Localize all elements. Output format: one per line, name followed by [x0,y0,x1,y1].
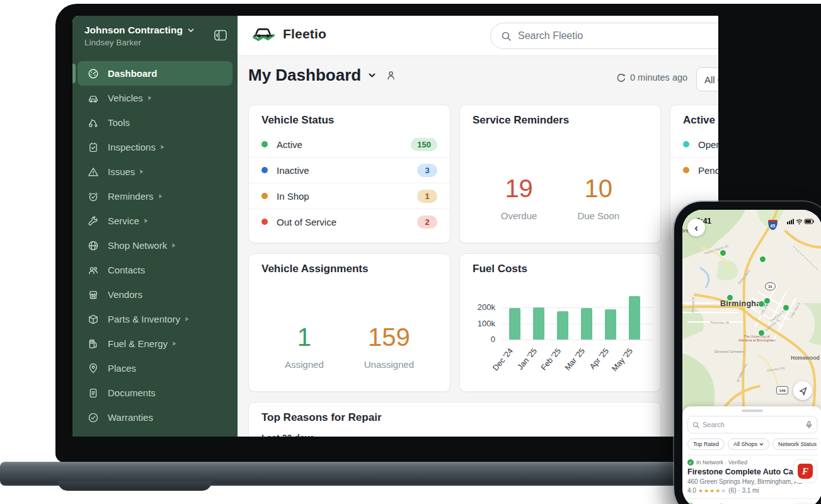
company-name: Johnson Contracting [84,25,183,36]
brand-name: Fleetio [283,26,326,42]
sidebar: Johnson Contracting Lindsey Barker Dashb… [72,16,238,437]
sidebar-item-vehicles[interactable]: Vehicles [78,86,233,110]
sidebar-item-label: Tools [108,117,130,128]
y-axis-tick: 200k [465,302,495,312]
sidebar-item-reminders[interactable]: Reminders [78,184,233,209]
top-reasons-subtitle: Last 30 days [249,428,660,437]
main-area: Fleetio Search Fleetio My Dashboard [238,16,718,437]
chevron-right-icon [139,169,144,175]
sidebar-item-service[interactable]: Service [78,209,233,233]
back-chevron-icon: ‹ [694,222,698,233]
sidebar-item-dashboard[interactable]: Dashboard [78,61,233,86]
service-icon [88,215,99,227]
sidebar-item-shop-network[interactable]: Shop Network [78,233,233,258]
stat-due-soon: 10Due Soon [577,176,619,221]
vehicle-assignments-title: Vehicle Assignments [249,254,450,279]
status-label: Active [277,139,302,150]
sidebar-item-warranties[interactable]: Warranties [78,405,233,430]
status-row-active[interactable]: Active150 [249,132,450,158]
global-search-input[interactable]: Search Fleetio [490,23,718,49]
shop-map-marker[interactable] [720,250,726,256]
status-dot [261,219,268,225]
x-axis-tick: Dec '24 [486,346,515,378]
brand[interactable]: Fleetio [252,25,326,43]
mic-icon[interactable] [806,421,812,429]
sidebar-item-label: Inspections [108,142,156,152]
chevron-right-icon [158,193,163,199]
filter-chip-top-rated[interactable]: Top Rated [687,438,725,450]
status-row-open[interactable]: Open [670,132,718,158]
sidebar-item-label: Places [108,363,136,374]
refresh-label: 0 minutes ago [630,72,687,83]
shop-map-marker[interactable] [759,330,764,336]
sidebar-item-contacts[interactable]: Contacts [78,258,233,282]
filter-chip-all-shops[interactable]: All Shops [728,438,769,450]
shop-map-marker[interactable] [783,305,789,311]
refresh-icon [616,73,626,83]
service-reminders-card: Service Reminders 19Overdue10Due Soon [459,105,661,243]
sidebar-item-label: Reminders [108,191,154,202]
shop-map-marker[interactable] [759,301,764,307]
star-rating-icons: ★★★★★ [698,488,726,494]
sidebar-item-parts-inventory[interactable]: Parts & Inventory [78,307,233,331]
filter-chip-label: All Shops [733,441,757,447]
shop-network-icon [88,240,99,251]
route-shield-149: 149 [776,386,788,394]
in-network-check-icon: ✓ [687,459,694,466]
top-reasons-card: Top Reasons for Repair Last 30 days [248,402,661,437]
sidebar-item-label: Dashboard [108,68,157,79]
status-label: Inactive [277,165,309,176]
sidebar-item-places[interactable]: Places [78,356,233,381]
top-reasons-title: Top Reasons for Repair [249,403,660,428]
chevron-right-icon [185,316,190,322]
stat-label: Assigned [285,359,324,370]
status-row-inactive[interactable]: Inactive3 [249,158,450,183]
status-label: In Shop [277,191,309,202]
shop-listing[interactable]: ✓In NetworkMidas 3660 [687,499,817,504]
sidebar-item-issues[interactable]: Issues [78,159,233,184]
map-label-third-ave-w: Third Ave W [710,321,729,324]
inspections-icon [88,142,99,153]
all-groups-button[interactable]: All Groups [696,67,718,91]
status-row-out-of-service[interactable]: Out of Service2 [249,209,450,234]
chevron-down-icon [187,26,195,34]
shop-map-marker[interactable] [764,298,770,304]
reminders-icon [88,191,99,202]
map-label-the-university-of-alabama-at-birmingham: The University of Alabama at Birmingham [738,335,776,342]
sidebar-item-documents[interactable]: Documents [78,381,233,405]
map-label-elmwood-cemetery: Elmwood Cemetery [714,350,745,353]
shop-map-marker[interactable] [760,256,766,262]
sheet-drag-handle[interactable] [742,410,763,412]
shop-search-input[interactable]: Search [687,416,817,433]
shop-list: ✓In Network · VerifiedFirestone Complete… [687,455,817,504]
sidebar-item-fuel-energy[interactable]: Fuel & Energy [78,331,233,356]
sidebar-item-inspections[interactable]: Inspections [78,135,233,159]
shop-map-marker[interactable] [727,295,733,301]
locate-button[interactable] [793,381,812,400]
back-button[interactable]: ‹ [687,219,705,236]
person-icon[interactable] [386,70,396,81]
sidebar-item-label: Parts & Inventory [108,314,180,324]
refresh-status[interactable]: 0 minutes ago [616,72,687,83]
shop-search-placeholder: Search [703,421,803,428]
status-row-pending[interactable]: Pending [670,158,718,183]
chevron-right-icon [144,218,149,224]
status-row-in-shop[interactable]: In Shop1 [249,183,450,209]
parts-icon [88,314,99,325]
topbar: Fleetio Search Fleetio [238,16,718,56]
sidebar-item-vendors[interactable]: Vendors [78,282,233,307]
y-axis-tick: 100k [465,319,495,328]
service-reminders-title: Service Reminders [460,105,660,130]
sidebar-item-label: Fuel & Energy [108,338,168,349]
route-shield-31: 31 [765,282,776,290]
filter-chip-network-status[interactable]: Network Status [772,438,817,450]
contacts-icon [88,265,99,276]
sidebar-item-tools[interactable]: Tools [78,110,233,135]
dashboard-selector-chevron-icon[interactable] [367,71,377,80]
documents-icon [88,387,99,399]
account-switcher[interactable]: Johnson Contracting Lindsey Barker [72,16,238,54]
shop-listing[interactable]: ✓In Network · VerifiedFirestone Complete… [687,455,817,499]
star-empty-icon: ★ [721,488,726,494]
collapse-sidebar-icon[interactable] [214,28,227,42]
star-filled-icon: ★ [709,488,715,494]
